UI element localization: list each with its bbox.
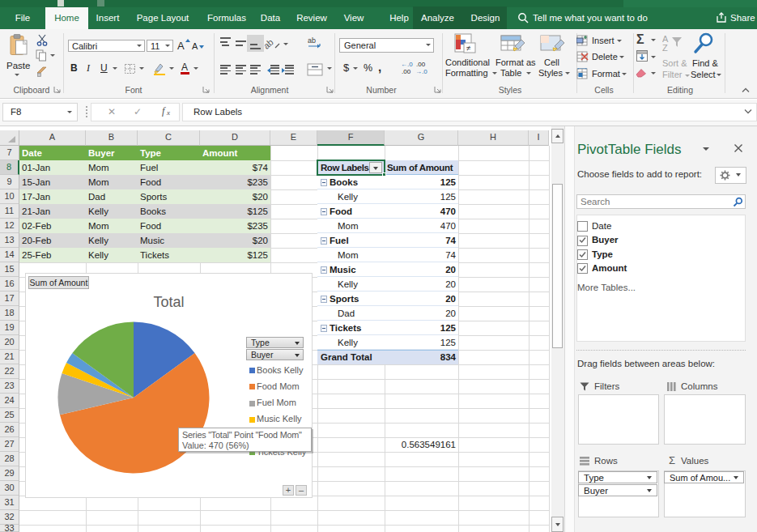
svg-text:Z: Z xyxy=(662,43,668,52)
svg-text:≠: ≠ xyxy=(466,44,471,53)
svg-text:ab: ab xyxy=(265,37,275,50)
svg-text:ab: ab xyxy=(308,36,316,45)
